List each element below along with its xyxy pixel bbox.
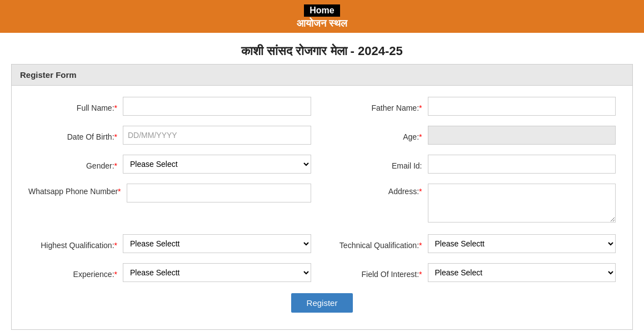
whatsapp-label: Whatsapp Phone Number* bbox=[28, 184, 121, 196]
col-highest-qual: Highest Qualification:* Please Selectt 1… bbox=[28, 234, 311, 253]
field-interest-select-wrap: Please Select IT Medical Education Engin… bbox=[428, 263, 616, 282]
dob-label: Date Of Birth:* bbox=[28, 129, 117, 141]
col-email: Email Id: bbox=[333, 155, 616, 174]
row-whatsapp-address: Whatsapp Phone Number* Address:* bbox=[28, 184, 616, 224]
experience-select[interactable]: Please Selectt Fresher 1 Year 2 Years 3+… bbox=[123, 263, 311, 282]
gender-select-wrap: Please Select Male Female Other bbox=[123, 155, 311, 174]
full-name-input-wrap bbox=[123, 97, 311, 116]
col-full-name: Full Name:* bbox=[28, 97, 311, 116]
row-qualification: Highest Qualification:* Please Selectt 1… bbox=[28, 234, 616, 253]
age-input-wrap bbox=[428, 126, 616, 145]
gender-label: Gender:* bbox=[28, 158, 117, 170]
header-subtitle: आयोजन स्थल bbox=[0, 18, 644, 29]
father-name-input[interactable] bbox=[428, 97, 616, 116]
email-label: Email Id: bbox=[333, 158, 422, 170]
col-experience: Experience:* Please Selectt Fresher 1 Ye… bbox=[28, 263, 311, 282]
technical-qual-label: Technical Qualification:* bbox=[333, 238, 422, 250]
dob-input[interactable] bbox=[123, 126, 311, 145]
col-gender: Gender:* Please Select Male Female Other bbox=[28, 155, 311, 174]
col-dob: Date Of Birth:* bbox=[28, 126, 311, 145]
technical-qual-select-wrap: Please Selectt None Diploma ITI bbox=[428, 234, 616, 253]
whatsapp-input-wrap bbox=[127, 184, 311, 202]
father-name-label: Father Name:* bbox=[333, 100, 422, 112]
full-name-input[interactable] bbox=[123, 97, 311, 116]
field-interest-label: Field Of Interest:* bbox=[333, 266, 422, 279]
experience-label: Experience:* bbox=[28, 266, 117, 279]
col-father-name: Father Name:* bbox=[333, 97, 616, 116]
home-link[interactable]: Home bbox=[0, 4, 644, 18]
field-interest-select[interactable]: Please Select IT Medical Education Engin… bbox=[428, 263, 616, 282]
col-field-interest: Field Of Interest:* Please Select IT Med… bbox=[333, 263, 616, 282]
address-input-wrap bbox=[428, 184, 616, 224]
header: Home आयोजन स्थल bbox=[0, 0, 644, 33]
highest-qual-select-wrap: Please Selectt 10th 12th Graduate Post G… bbox=[123, 234, 311, 253]
register-form-container: Register Form Full Name:* Father Name:* bbox=[11, 64, 633, 330]
row-dob-age: Date Of Birth:* Age:* bbox=[28, 126, 616, 145]
form-body: Full Name:* Father Name:* Date Of Birth:… bbox=[12, 86, 632, 329]
row-name: Full Name:* Father Name:* bbox=[28, 97, 616, 116]
dob-input-wrap bbox=[123, 126, 311, 145]
full-name-label: Full Name:* bbox=[28, 100, 117, 112]
register-row: Register bbox=[28, 293, 616, 313]
address-textarea[interactable] bbox=[428, 184, 616, 223]
gender-select[interactable]: Please Select Male Female Other bbox=[123, 155, 311, 174]
whatsapp-input[interactable] bbox=[127, 184, 311, 202]
age-label: Age:* bbox=[333, 129, 422, 141]
email-input[interactable] bbox=[428, 155, 616, 174]
highest-qual-label: Highest Qualification:* bbox=[28, 238, 117, 250]
home-label[interactable]: Home bbox=[304, 4, 340, 17]
highest-qual-select[interactable]: Please Selectt 10th 12th Graduate Post G… bbox=[123, 234, 311, 253]
page-title: काशी सांसद रोजगार मेला - 2024-25 bbox=[0, 44, 644, 58]
age-input bbox=[428, 126, 616, 145]
technical-qual-select[interactable]: Please Selectt None Diploma ITI bbox=[428, 234, 616, 253]
row-gender-email: Gender:* Please Select Male Female Other… bbox=[28, 155, 616, 174]
email-input-wrap bbox=[428, 155, 616, 174]
father-name-input-wrap bbox=[428, 97, 616, 116]
col-technical-qual: Technical Qualification:* Please Selectt… bbox=[333, 234, 616, 253]
experience-select-wrap: Please Selectt Fresher 1 Year 2 Years 3+… bbox=[123, 263, 311, 282]
register-button[interactable]: Register bbox=[291, 293, 353, 313]
col-whatsapp: Whatsapp Phone Number* bbox=[28, 184, 311, 202]
address-label: Address:* bbox=[333, 184, 422, 196]
row-exp-interest: Experience:* Please Selectt Fresher 1 Ye… bbox=[28, 263, 616, 282]
col-age: Age:* bbox=[333, 126, 616, 145]
col-address: Address:* bbox=[333, 184, 616, 224]
form-header: Register Form bbox=[12, 65, 632, 86]
